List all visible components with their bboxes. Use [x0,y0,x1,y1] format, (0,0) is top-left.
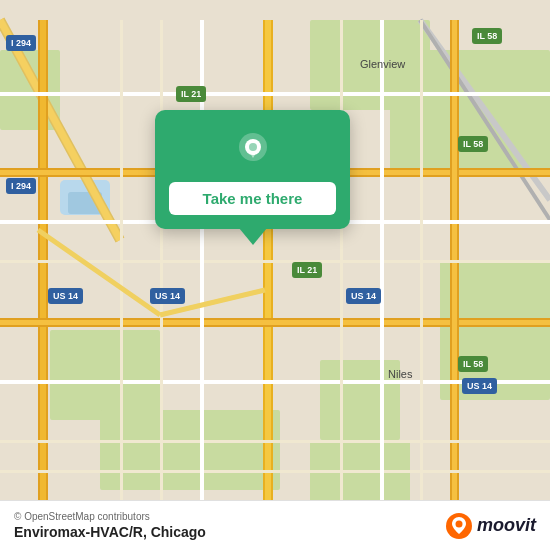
svg-rect-34 [340,20,343,530]
svg-point-43 [455,520,462,527]
road-badge-il21-mid: IL 21 [292,262,322,278]
svg-rect-31 [120,20,123,530]
bottom-bar: © OpenStreetMap contributors Enviromax-H… [0,500,550,550]
moovit-pin-icon [445,512,473,540]
road-badge-il58-top-right: IL 58 [472,28,502,44]
road-badge-il58-bottom-right: IL 58 [458,356,488,372]
svg-rect-24 [452,20,457,530]
svg-rect-14 [40,20,46,530]
svg-rect-7 [100,410,280,490]
moovit-logo: moovit [445,512,536,540]
svg-rect-2 [390,50,550,170]
osm-attribution: © OpenStreetMap contributors [14,511,206,522]
city-label-niles: Niles [388,368,412,380]
city-label-glenview: Glenview [360,58,405,70]
road-badge-i294-top: I 294 [6,35,36,51]
svg-rect-29 [0,440,550,443]
road-badge-i294-mid: I 294 [6,178,36,194]
moovit-brand-text: moovit [477,515,536,536]
svg-rect-25 [0,92,550,96]
svg-rect-35 [380,20,384,530]
popup-card: Take me there [155,110,350,229]
map-container: Glenview Niles I 294 I 294 IL 21 IL 21 I… [0,0,550,550]
svg-rect-30 [0,470,550,473]
bottom-bar-left: © OpenStreetMap contributors Enviromax-H… [14,511,206,540]
road-badge-us14-left: US 14 [48,288,83,304]
location-pin-icon [231,128,275,172]
svg-rect-36 [420,20,423,530]
svg-rect-32 [160,20,163,530]
road-badge-us14-right: US 14 [346,288,381,304]
road-badge-us14-mid: US 14 [150,288,185,304]
take-me-there-button[interactable]: Take me there [169,182,336,215]
road-badge-us14-far-right: US 14 [462,378,497,394]
road-badge-il21-top: IL 21 [176,86,206,102]
location-name: Enviromax-HVAC/R, Chicago [14,524,206,540]
road-badge-il58-right: IL 58 [458,136,488,152]
svg-rect-22 [0,320,550,325]
svg-rect-4 [50,330,160,420]
svg-rect-20 [265,20,271,530]
